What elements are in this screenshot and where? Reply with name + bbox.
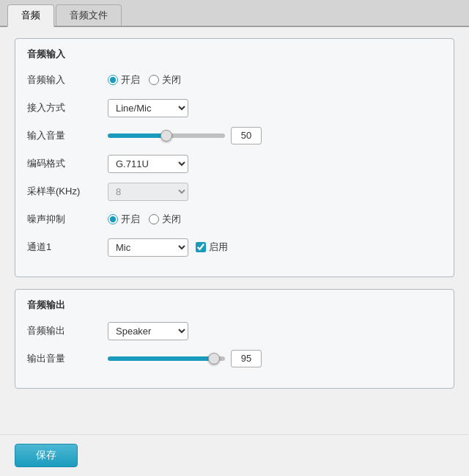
noise-suppression-control: 开启 关闭 [108, 213, 442, 226]
noise-off-radio[interactable] [149, 214, 159, 224]
tab-audio-files[interactable]: 音频文件 [56, 4, 122, 26]
tab-audio[interactable]: 音频 [7, 4, 54, 27]
encoding-format-select[interactable]: G.711U G.711A G.726 [108, 155, 188, 173]
audio-input-on-label[interactable]: 开启 [108, 73, 140, 87]
sample-rate-row: 采样率(KHz) 8 [27, 181, 442, 202]
input-mode-label: 接入方式 [27, 101, 108, 114]
save-button[interactable]: 保存 [15, 444, 78, 467]
channel1-enable-checkbox[interactable] [196, 242, 206, 252]
channel1-enable-text: 启用 [209, 241, 228, 254]
noise-on-label[interactable]: 开启 [108, 213, 140, 226]
input-mode-control: Line/Mic Line Mic [108, 99, 442, 117]
audio-input-title: 音频输入 [27, 48, 442, 61]
input-volume-value: 50 [231, 127, 262, 144]
channel1-enable-label[interactable]: 启用 [196, 241, 228, 254]
tab-bar: 音频 音频文件 [0, 0, 469, 27]
audio-output-section: 音频输出 音频输出 Speaker Line Mic 输出音量 95 [15, 289, 454, 389]
audio-input-control: 开启 关闭 [108, 73, 442, 87]
audio-output-label: 音频输出 [27, 324, 108, 337]
audio-output-control: Speaker Line Mic [108, 322, 442, 340]
channel1-row-control: Mic Speaker Line 启用 [108, 238, 228, 257]
audio-input-off-label[interactable]: 关闭 [149, 73, 181, 87]
channel1-select[interactable]: Mic Speaker Line [108, 238, 188, 257]
audio-input-off-radio[interactable] [149, 75, 159, 85]
channel1-control: Mic Speaker Line 启用 [108, 238, 442, 257]
content-area: 音频输入 音频输入 开启 关闭 [0, 27, 469, 434]
input-mode-row: 接入方式 Line/Mic Line Mic [27, 98, 442, 118]
sample-rate-label: 采样率(KHz) [27, 185, 108, 198]
noise-suppression-radio-group: 开启 关闭 [108, 213, 181, 226]
noise-on-text: 开启 [121, 213, 140, 226]
audio-input-off-text: 关闭 [162, 73, 181, 87]
output-volume-value: 95 [231, 350, 262, 367]
bottom-bar: 保存 [0, 434, 469, 476]
sample-rate-control: 8 [108, 183, 442, 201]
output-volume-slider[interactable] [108, 356, 225, 361]
sample-rate-select[interactable]: 8 [108, 183, 188, 201]
output-volume-row: 输出音量 95 [27, 348, 442, 369]
audio-input-label: 音频输入 [27, 73, 108, 87]
noise-suppression-row: 噪声抑制 开启 关闭 [27, 209, 442, 230]
channel1-row: 通道1 Mic Speaker Line 启用 [27, 237, 442, 257]
encoding-format-control: G.711U G.711A G.726 [108, 155, 442, 173]
noise-off-label[interactable]: 关闭 [149, 213, 181, 226]
noise-suppression-label: 噪声抑制 [27, 213, 108, 226]
channel1-label: 通道1 [27, 241, 108, 254]
output-volume-label: 输出音量 [27, 352, 108, 365]
audio-output-row: 音频输出 Speaker Line Mic [27, 321, 442, 341]
input-volume-slider[interactable] [108, 133, 225, 138]
encoding-format-row: 编码格式 G.711U G.711A G.726 [27, 153, 442, 174]
noise-on-radio[interactable] [108, 214, 118, 224]
audio-input-on-text: 开启 [121, 73, 140, 87]
input-volume-label: 输入音量 [27, 129, 108, 142]
audio-input-section: 音频输入 音频输入 开启 关闭 [15, 38, 454, 277]
encoding-format-label: 编码格式 [27, 157, 108, 170]
input-volume-control: 50 [108, 127, 442, 144]
noise-off-text: 关闭 [162, 213, 181, 226]
audio-input-radio-group: 开启 关闭 [108, 73, 181, 87]
input-volume-row: 输入音量 50 [27, 125, 442, 146]
audio-output-title: 音频输出 [27, 299, 442, 312]
main-container: 音频 音频文件 音频输入 音频输入 开启 关闭 [0, 0, 469, 476]
audio-output-select[interactable]: Speaker Line Mic [108, 322, 188, 340]
audio-input-on-radio[interactable] [108, 75, 118, 85]
output-volume-control: 95 [108, 350, 442, 367]
audio-input-row: 音频输入 开启 关闭 [27, 70, 442, 90]
input-mode-select[interactable]: Line/Mic Line Mic [108, 99, 188, 117]
